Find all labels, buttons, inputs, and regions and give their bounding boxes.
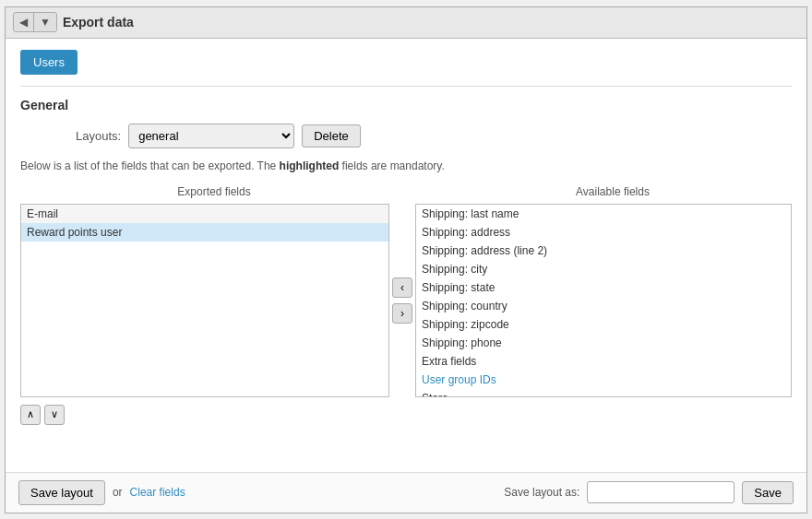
users-button[interactable]: Users	[20, 50, 78, 75]
available-field-item[interactable]: Shipping: phone	[416, 334, 791, 352]
available-field-item[interactable]: Shipping: zipcode	[416, 315, 791, 334]
available-field-item[interactable]: Shipping: state	[416, 278, 791, 297]
available-field-item[interactable]: Shipping: last name	[416, 205, 791, 223]
layouts-select[interactable]: general	[128, 124, 294, 148]
save-layout-button[interactable]: Save layout	[18, 480, 105, 505]
page-title: Export data	[63, 15, 134, 29]
dropdown-button[interactable]: ▼	[34, 13, 56, 31]
divider	[20, 86, 792, 87]
exported-field-item[interactable]: E-mail	[21, 205, 388, 223]
content-area: Users General Layouts: general Delete Be…	[6, 39, 806, 472]
transfer-arrows: ‹ ›	[389, 204, 415, 324]
move-right-button[interactable]: ›	[392, 303, 412, 324]
back-button[interactable]: ◀	[14, 13, 33, 31]
or-text: or	[113, 486, 123, 499]
save-as-input[interactable]	[587, 481, 734, 503]
available-field-item[interactable]: Shipping: city	[416, 260, 791, 278]
bottom-bar: Save layout or Clear fields Save layout …	[6, 472, 806, 513]
clear-fields-link[interactable]: Clear fields	[130, 486, 185, 499]
available-field-item[interactable]: User group IDs	[416, 371, 791, 389]
main-window: ◀ ▼ Export data Users General Layouts: g…	[5, 6, 807, 513]
available-field-item[interactable]: Extra fields	[416, 352, 791, 371]
available-field-item[interactable]: Shipping: address (line 2)	[416, 242, 791, 260]
save-as-label: Save layout as:	[504, 486, 579, 499]
fields-area: E-mailReward points user← ‹ › Shipping: …	[20, 204, 792, 397]
section-title: General	[20, 98, 792, 112]
titlebar: ◀ ▼ Export data	[6, 7, 806, 39]
available-field-item[interactable]: Store	[416, 389, 791, 397]
move-down-button[interactable]: ∨	[44, 405, 65, 425]
exported-fields-list[interactable]: E-mailReward points user←	[20, 204, 389, 397]
exported-fields-container: E-mailReward points user←	[20, 204, 389, 397]
exported-fields-label: Exported fields	[20, 185, 408, 198]
delete-button[interactable]: Delete	[302, 124, 361, 147]
available-fields-list[interactable]: Shipping: last nameShipping: addressShip…	[415, 204, 792, 397]
exported-field-item[interactable]: Reward points user←	[21, 223, 388, 242]
available-field-item[interactable]: Shipping: address	[416, 223, 791, 242]
layouts-label: Layouts:	[76, 129, 121, 143]
info-text: Below is a list of the fields that can b…	[20, 159, 792, 172]
nav-buttons: ◀ ▼	[13, 12, 57, 32]
up-down-row: ∧ ∨	[20, 405, 792, 425]
available-fields-label: Available fields	[434, 185, 792, 198]
available-field-item[interactable]: Shipping: country	[416, 297, 791, 315]
move-left-button[interactable]: ‹	[392, 277, 412, 298]
layouts-row: Layouts: general Delete	[20, 124, 792, 148]
fields-header: Exported fields Available fields	[20, 185, 792, 198]
save-button[interactable]: Save	[742, 481, 794, 504]
move-up-button[interactable]: ∧	[20, 405, 41, 425]
